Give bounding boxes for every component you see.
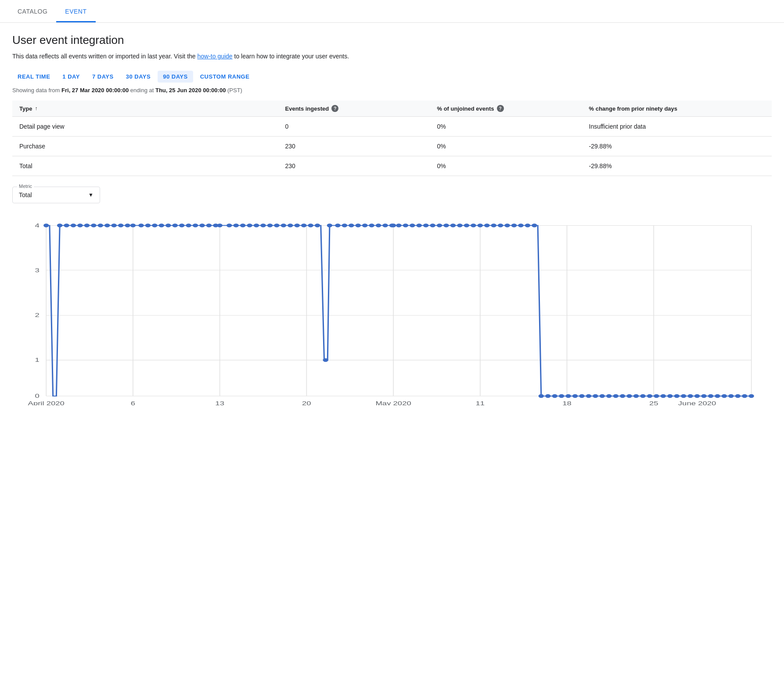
svg-point-32 (138, 224, 144, 227)
svg-point-83 (478, 224, 483, 227)
svg-point-47 (240, 224, 245, 227)
cell-type-2: Total (12, 156, 278, 176)
svg-point-58 (315, 224, 320, 227)
svg-text:18: 18 (562, 400, 572, 405)
svg-point-48 (247, 224, 252, 227)
svg-point-121 (735, 394, 741, 398)
chart-dots (43, 224, 754, 398)
svg-point-19 (43, 224, 49, 227)
tab-90days[interactable]: 90 DAYS (158, 71, 193, 83)
svg-point-96 (565, 394, 571, 398)
svg-point-40 (193, 224, 198, 227)
time-range-tabs: REAL TIME 1 DAY 7 DAYS 30 DAYS 90 DAYS C… (12, 71, 772, 83)
nav-catalog[interactable]: CATALOG (9, 0, 56, 22)
svg-point-76 (430, 224, 435, 227)
svg-text:May 2020: May 2020 (375, 400, 411, 405)
metric-value: Total (19, 191, 32, 198)
svg-point-26 (98, 224, 103, 227)
svg-point-112 (674, 394, 680, 398)
svg-point-106 (633, 394, 639, 398)
svg-point-41 (199, 224, 205, 227)
cell-type-1: Purchase (12, 137, 278, 156)
svg-point-110 (661, 394, 666, 398)
svg-point-37 (173, 224, 178, 227)
metric-select-inner[interactable]: Total ▼ (19, 191, 94, 198)
cell-events-1: 230 (278, 137, 430, 156)
cell-unjoined-0: 0% (430, 117, 582, 137)
svg-point-105 (626, 394, 632, 398)
nav-event[interactable]: EVENT (56, 0, 95, 22)
svg-point-54 (288, 224, 293, 227)
svg-point-82 (471, 224, 476, 227)
tab-7days[interactable]: 7 DAYS (87, 71, 119, 83)
cell-events-2: 230 (278, 156, 430, 176)
svg-point-38 (179, 224, 184, 227)
svg-point-89 (518, 224, 523, 227)
svg-text:3: 3 (35, 267, 40, 274)
help-icon-events-ingested[interactable]: ? (331, 105, 338, 112)
svg-point-107 (640, 394, 645, 398)
svg-point-104 (620, 394, 625, 398)
tab-custom-range[interactable]: CUSTOM RANGE (195, 71, 255, 83)
svg-point-117 (708, 394, 713, 398)
svg-point-91 (532, 224, 537, 227)
svg-point-25 (91, 224, 96, 227)
tab-realtime[interactable]: REAL TIME (12, 71, 55, 83)
svg-text:13: 13 (215, 400, 224, 405)
svg-point-57 (308, 224, 313, 227)
svg-text:11: 11 (476, 400, 485, 405)
cell-type-0: Detail page view (12, 117, 278, 137)
tab-30days[interactable]: 30 DAYS (121, 71, 156, 83)
svg-point-87 (504, 224, 510, 227)
svg-point-64 (356, 224, 361, 227)
metric-dropdown[interactable]: Metric Total ▼ (12, 187, 100, 203)
svg-point-60 (327, 224, 332, 227)
svg-point-55 (295, 224, 300, 227)
svg-point-28 (111, 224, 117, 227)
svg-text:April 2020: April 2020 (28, 400, 65, 405)
svg-point-109 (654, 394, 659, 398)
svg-point-111 (667, 394, 673, 398)
svg-point-120 (728, 394, 734, 398)
help-icon-unjoined[interactable]: ? (497, 105, 504, 112)
cell-unjoined-2: 0% (430, 156, 582, 176)
events-table: Type ↑ Events ingested ? % of unjoined e… (12, 101, 772, 176)
col-header-events-ingested: Events ingested ? (278, 101, 430, 117)
svg-point-78 (443, 224, 449, 227)
tab-1day[interactable]: 1 DAY (57, 71, 85, 83)
table-row: Detail page view 0 0% Insufficient prior… (12, 117, 772, 137)
svg-text:2: 2 (35, 313, 39, 319)
svg-point-33 (145, 224, 151, 227)
table-row: Total 230 0% -29.88% (12, 156, 772, 176)
svg-point-27 (104, 224, 110, 227)
svg-point-75 (423, 224, 428, 227)
svg-point-90 (525, 224, 530, 227)
table-row: Purchase 230 0% -29.88% (12, 137, 772, 156)
svg-point-113 (681, 394, 686, 398)
svg-point-42 (206, 224, 212, 227)
svg-point-108 (647, 394, 652, 398)
cell-change-2: -29.88% (582, 156, 772, 176)
cell-events-0: 0 (278, 117, 430, 137)
sort-arrow-icon[interactable]: ↑ (35, 105, 37, 112)
svg-point-79 (450, 224, 456, 227)
table-header-row: Type ↑ Events ingested ? % of unjoined e… (12, 101, 772, 117)
svg-point-23 (77, 224, 83, 227)
svg-point-93 (545, 394, 550, 398)
svg-point-62 (342, 224, 347, 227)
svg-point-63 (349, 224, 354, 227)
svg-point-21 (64, 224, 69, 227)
svg-text:6: 6 (131, 400, 136, 405)
svg-point-34 (152, 224, 157, 227)
svg-point-29 (118, 224, 123, 227)
svg-point-85 (491, 224, 496, 227)
svg-point-88 (511, 224, 517, 227)
col-header-unjoined: % of unjoined events ? (430, 101, 582, 117)
cell-change-1: -29.88% (582, 137, 772, 156)
svg-point-72 (403, 224, 408, 227)
top-navigation: CATALOG EVENT (0, 0, 784, 23)
svg-point-53 (281, 224, 286, 227)
how-to-guide-link[interactable]: how-to guide (197, 53, 232, 60)
svg-text:25: 25 (649, 400, 658, 405)
svg-point-95 (559, 394, 564, 398)
